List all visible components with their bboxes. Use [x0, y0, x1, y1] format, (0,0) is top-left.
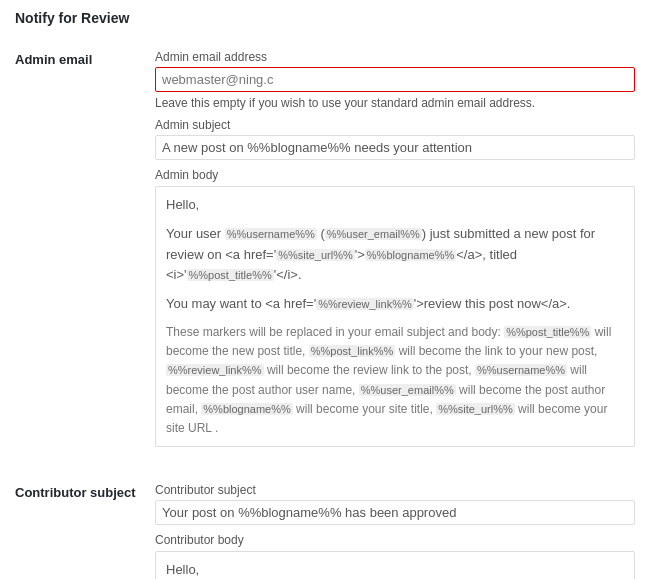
admin-body-section: Hello, Your user %%username%% (%%user_em…: [155, 186, 635, 447]
admin-email-input[interactable]: [155, 67, 635, 92]
admin-body-para1: Your user %%username%% (%%user_email%%) …: [166, 224, 624, 286]
admin-body-para2: You may want to <a href='%%review_link%%…: [166, 294, 624, 315]
contributor-body-label: Contributor body: [155, 533, 635, 547]
page-title: Notify for Review: [15, 10, 635, 26]
contributor-section-label: Contributor subject: [15, 485, 136, 500]
admin-subject-label: Admin subject: [155, 118, 635, 132]
admin-body-hello: Hello,: [166, 195, 624, 216]
admin-subject-input[interactable]: [155, 135, 635, 160]
admin-body-help: These markers will be replaced in your e…: [166, 323, 624, 438]
contributor-body-hello: Hello,: [166, 560, 624, 579]
email-hint: Leave this empty if you wish to use your…: [155, 96, 635, 110]
contributor-subject-input[interactable]: [155, 500, 635, 525]
admin-body-label: Admin body: [155, 168, 635, 182]
contributor-subject-label: Contributor subject: [155, 483, 635, 497]
contributor-body-section: Hello, Your post <a href='%%post_link%%'…: [155, 551, 635, 579]
admin-email-label: Admin email: [15, 52, 92, 67]
email-address-label: Admin email address: [155, 50, 635, 64]
contributor-body-content: Hello, Your post <a href='%%post_link%%'…: [166, 560, 624, 579]
admin-body-content: Hello, Your user %%username%% (%%user_em…: [166, 195, 624, 315]
